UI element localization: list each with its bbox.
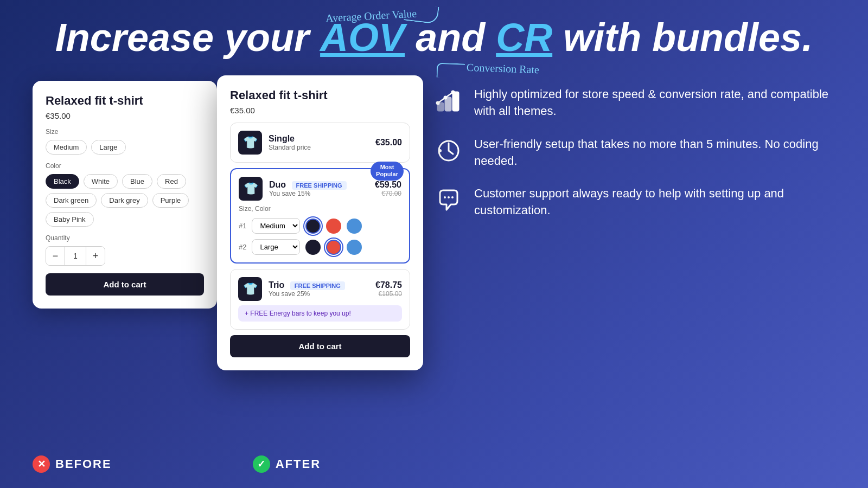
after-card: Relaxed fit t-shirt €35.00 👕 Single Stan… [217,75,423,370]
size-label: Size [46,128,204,136]
color-babypink[interactable]: Baby Pink [46,212,94,227]
quantity-control: − + [46,246,105,266]
bundle-duo-info: Duo FREE SHIPPING You save 15% [269,180,347,197]
svg-point-5 [452,91,454,93]
title-part1: Increase your [55,16,320,59]
color-black[interactable]: Black [46,174,79,189]
bundle-duo[interactable]: MostPopular 👕 Duo FREE SHIPPING You save… [230,168,410,264]
before-card: Relaxed fit t-shirt €35.00 Size Medium L… [33,81,217,309]
bundle-trio-name: Trio FREE SHIPPING [269,280,345,290]
bundle-single-icon: 👕 [238,131,262,155]
color-red[interactable]: Red [157,174,186,189]
size-medium[interactable]: Medium [46,140,87,155]
header: Average Order Value Conversion Rate Incr… [0,0,868,70]
svg-point-4 [444,97,446,99]
bundle-trio-price: €78.75 €105.00 [375,280,402,298]
features-section: Highly optimized for store speed & conve… [434,75,835,235]
chart-icon [434,86,463,115]
size-options: Medium Large [46,140,204,155]
before-card-title: Relaxed fit t-shirt [46,94,204,108]
swatch-red-2[interactable] [326,240,341,255]
qty-decrease[interactable]: − [46,247,65,265]
feature-2: User-friendly setup that takes no more t… [434,136,835,170]
svg-point-8 [444,196,446,198]
color-white[interactable]: White [84,174,118,189]
before-label: ✕ BEFORE [33,455,112,473]
quantity-label: Quantity [46,234,204,242]
swatch-blue-2[interactable] [347,240,362,255]
title-part2: and [405,16,496,59]
feature-3: Customer support always ready to help wi… [434,185,835,219]
after-card-price: €35.00 [230,106,410,115]
qty-input[interactable] [65,247,86,265]
swatch-black-2[interactable] [305,240,321,255]
title-part3: with bundles. [552,16,813,59]
variant-row-1: #1 Medium Large [239,218,401,234]
duo-badge: FREE SHIPPING [292,181,347,190]
svg-point-10 [451,196,454,198]
swatch-black-1[interactable] [305,219,321,234]
main-title: Increase your AOV and CR with bundles. [0,16,868,59]
bundle-single-price: €35.00 [375,138,402,147]
feature-1: Highly optimized for store speed & conve… [434,86,835,120]
bundle-duo-price: €59.50 €70.00 [375,180,401,197]
swatch-red-1[interactable] [326,219,341,234]
annotation-cr: Conversion Rate [467,61,540,76]
svg-point-7 [438,149,442,152]
bundle-trio[interactable]: 👕 Trio FREE SHIPPING You save 25% €78.75… [230,269,410,330]
color-purple[interactable]: Purple [152,193,189,208]
feature-3-text: Customer support always ready to help wi… [474,185,835,219]
bundle-duo-save: You save 15% [269,190,347,197]
before-card-price: €35.00 [46,111,204,120]
cards-area: Relaxed fit t-shirt €35.00 Size Medium L… [33,75,412,379]
duo-size-color-label: Size, Color [239,205,401,213]
bundle-single-info: Single Standard price [269,134,311,151]
svg-rect-1 [445,98,451,111]
after-add-to-cart[interactable]: Add to cart [230,335,410,357]
size-large[interactable]: Large [91,140,125,155]
color-options: Black White Blue Red Dark green Dark gre… [46,174,204,227]
bundle-single-name: Single [269,134,311,144]
after-card-title: Relaxed fit t-shirt [230,88,410,102]
quantity-section: Quantity − + [46,234,204,266]
variant-size-1[interactable]: Medium Large [252,218,300,234]
trio-badge: FREE SHIPPING [290,281,345,290]
before-text: BEFORE [55,457,112,471]
bundle-duo-header: 👕 Duo FREE SHIPPING You save 15% €59.50 … [239,177,401,201]
feature-2-text: User-friendly setup that takes no more t… [474,136,835,170]
color-label: Color [46,162,204,170]
chat-icon [434,185,463,215]
bundle-trio-info: Trio FREE SHIPPING You save 25% [269,280,345,298]
bundle-duo-icon: 👕 [239,177,263,201]
qty-increase[interactable]: + [86,247,105,265]
bundle-single-save: Standard price [269,144,311,151]
bundle-duo-name: Duo FREE SHIPPING [269,180,347,190]
variant-num-2: #2 [239,243,246,251]
bundle-trio-icon: 👕 [238,277,262,301]
most-popular-badge: MostPopular [371,162,404,180]
before-icon: ✕ [33,455,50,473]
bundle-single[interactable]: 👕 Single Standard price €35.00 [230,123,410,163]
variant-row-2: #2 Large Medium [239,239,401,255]
svg-point-9 [448,196,450,198]
variant-size-2[interactable]: Large Medium [252,239,300,255]
variant-num-1: #1 [239,222,246,230]
bundle-single-header: 👕 Single Standard price €35.00 [238,131,402,155]
svg-rect-2 [453,92,458,111]
before-add-to-cart[interactable]: Add to cart [46,273,204,296]
clock-icon [434,136,463,165]
feature-1-text: Highly optimized for store speed & conve… [474,86,835,120]
bundle-trio-header: 👕 Trio FREE SHIPPING You save 25% €78.75… [238,277,402,301]
after-icon: ✓ [253,455,270,473]
color-darkgrey[interactable]: Dark grey [101,193,148,208]
bottom-labels: ✕ BEFORE ✓ AFTER [33,455,321,473]
svg-point-3 [437,102,439,104]
swatch-blue-1[interactable] [347,219,362,234]
bundle-trio-save: You save 25% [269,290,345,298]
after-label: ✓ AFTER [253,455,321,473]
title-cr: CR [496,16,552,59]
trio-promo: + FREE Energy bars to keep you up! [238,305,402,322]
after-text: AFTER [276,457,321,471]
color-darkgreen[interactable]: Dark green [46,193,97,208]
color-blue[interactable]: Blue [122,174,152,189]
